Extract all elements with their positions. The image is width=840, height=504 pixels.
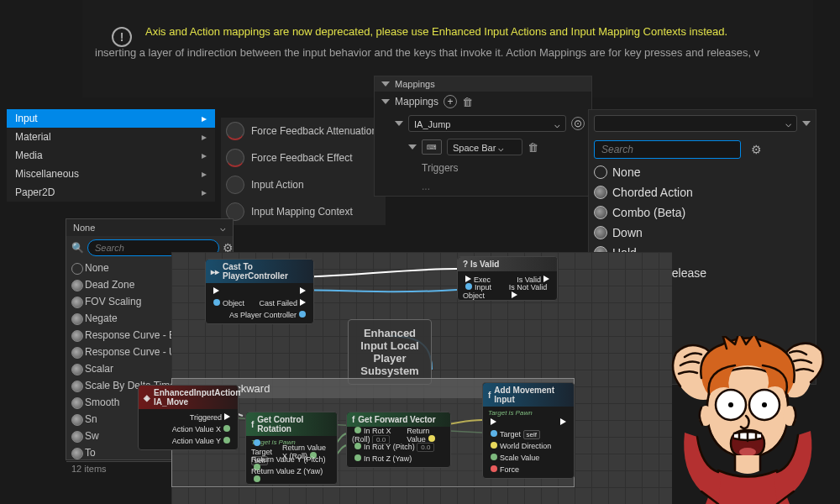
subsystem-label: Enhanced Input Local Player Subsystem: [348, 319, 432, 385]
gear-icon[interactable]: ⚙: [751, 143, 764, 156]
triggers-section[interactable]: Triggers: [375, 159, 591, 177]
blueprint-graph[interactable]: ▸▸Cast To PlayerController ObjectCast Fa…: [171, 252, 672, 504]
delete-mapping-button[interactable]: 🗑: [462, 96, 473, 108]
search-icon: 🔍: [71, 242, 84, 254]
add-key-button[interactable]: ⊙: [571, 117, 585, 130]
mappings-panel: Mappings Mappings+🗑 IA_Jump⌵⊙ ⌨Space Bar…: [374, 76, 592, 197]
node-is-valid[interactable]: ? Is Valid ExecIs Valid Input ObjectIs N…: [457, 256, 558, 301]
trigger-option[interactable]: None: [589, 162, 816, 182]
asset-input-action[interactable]: Input Action: [221, 171, 386, 198]
node-ia-move[interactable]: ◈ EnhancedInputAction IA_Move Triggered …: [138, 385, 239, 450]
warning-subtext: inserting a layer of indirection between…: [95, 46, 801, 59]
asset-force-feedback-effect[interactable]: Force Feedback Effect: [221, 144, 386, 171]
trigger-type-select[interactable]: ⌵: [594, 115, 797, 132]
node-add-movement-input[interactable]: f Add Movement Input Target is Pawn Targ…: [482, 382, 575, 479]
svg-point-8: [739, 448, 756, 456]
menu-item-material[interactable]: Material▸: [7, 128, 215, 146]
menu-item-media[interactable]: Media▸: [7, 146, 215, 165]
asset-force-feedback-atten[interactable]: Force Feedback Attenuation: [221, 118, 386, 144]
node-cast-playercontroller[interactable]: ▸▸Cast To PlayerController ObjectCast Fa…: [205, 259, 314, 324]
menu-item-input[interactable]: Input▸: [7, 109, 215, 128]
node-get-forward-vector[interactable]: f Get Forward Vector In Rot X (Roll) 0.0…: [346, 412, 451, 468]
mappings-label: Mappings: [395, 96, 438, 108]
svg-point-6: [762, 402, 767, 407]
expand-icon: [381, 81, 390, 87]
delete-key-button[interactable]: 🗑: [528, 141, 538, 154]
mappings-header[interactable]: Mappings: [375, 76, 591, 92]
input-action-select[interactable]: IA_Jump⌵: [408, 115, 566, 132]
chevron-right-icon: ▸: [202, 109, 207, 128]
key-select[interactable]: Space Bar ⌵: [447, 139, 522, 155]
svg-point-5: [728, 402, 733, 407]
trigger-option[interactable]: Chorded Action: [589, 182, 816, 202]
trigger-option[interactable]: Combo (Beta): [589, 202, 816, 223]
chevron-down-icon[interactable]: [802, 121, 811, 126]
menu-item-paper2d[interactable]: Paper2D▸: [7, 183, 215, 202]
keyboard-icon[interactable]: ⌨: [422, 139, 442, 155]
trigger-search-input[interactable]: [594, 140, 741, 159]
asset-submenu: Force Feedback Attenuation Force Feedbac…: [221, 118, 386, 225]
warning-text: Axis and Action mappings are now depreca…: [145, 25, 801, 38]
add-mapping-button[interactable]: +: [444, 95, 457, 108]
asset-icon: [226, 122, 244, 140]
warning-icon: !: [112, 27, 132, 47]
category-menu: Input▸ Material▸ Media▸ Miscellaneous▸ P…: [7, 109, 215, 202]
node-get-control-rotation[interactable]: f Get Control Rotation Target is Pawn Ta…: [245, 412, 338, 485]
menu-item-misc[interactable]: Miscellaneous▸: [7, 165, 215, 183]
mappings-add-row: Mappings+🗑: [375, 92, 591, 112]
panic-character-illustration: [655, 336, 840, 504]
trigger-option[interactable]: Down: [589, 223, 816, 243]
picker-header[interactable]: None⌵: [66, 219, 233, 236]
asset-input-mapping-context[interactable]: Input Mapping Context: [221, 198, 386, 225]
